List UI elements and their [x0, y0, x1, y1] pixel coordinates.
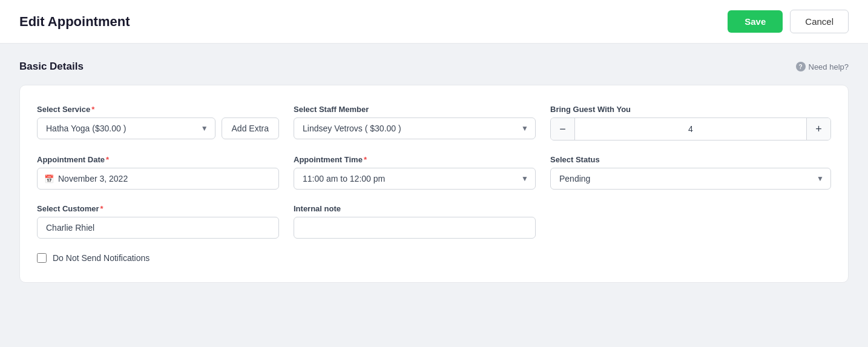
time-group: Appointment Time* 11:00 am to 12:00 pm ▼ [294, 155, 536, 190]
help-icon: ? [796, 62, 806, 71]
date-label: Appointment Date* [37, 155, 279, 164]
guest-label: Bring Guest With You [550, 105, 831, 114]
status-select[interactable]: Pending [550, 168, 831, 190]
guest-group: Bring Guest With You − 4 + [550, 105, 831, 140]
time-select[interactable]: 11:00 am to 12:00 pm [294, 168, 536, 190]
staff-label: Select Staff Member [294, 105, 536, 114]
guest-increment-button[interactable]: + [806, 118, 830, 140]
staff-select[interactable]: Lindsey Vetrovs ( $30.00 ) [294, 117, 536, 139]
customer-input[interactable] [37, 217, 279, 239]
checkbox-row: Do Not Send Notifications [37, 253, 831, 263]
service-required: * [91, 105, 94, 114]
service-group: Select Service* Hatha Yoga ($30.00 ) ▼ A… [37, 105, 279, 140]
section-header: Basic Details ? Need help? [19, 61, 849, 73]
note-label: Internal note [294, 204, 536, 213]
need-help-label: Need help? [809, 62, 849, 71]
do-not-send-checkbox[interactable] [37, 253, 47, 263]
do-not-send-label: Do Not Send Notifications [53, 253, 150, 263]
add-extra-button[interactable]: Add Extra [222, 117, 279, 139]
page-title: Edit Appointment [19, 14, 130, 30]
save-button[interactable]: Save [728, 10, 783, 33]
form-row-1: Select Service* Hatha Yoga ($30.00 ) ▼ A… [37, 105, 831, 140]
header-actions: Save Cancel [728, 10, 849, 33]
service-select[interactable]: Hatha Yoga ($30.00 ) [37, 117, 215, 139]
form-row-3: Select Customer* Internal note [37, 204, 831, 239]
status-group: Select Status Pending ▼ [550, 155, 831, 190]
section-title: Basic Details [19, 61, 84, 73]
top-header: Edit Appointment Save Cancel [0, 0, 868, 44]
service-label: Select Service* [37, 105, 279, 114]
need-help-link[interactable]: ? Need help? [796, 62, 849, 71]
date-input[interactable] [37, 168, 279, 190]
time-label: Appointment Time* [294, 155, 536, 164]
date-wrapper: 📅 [37, 168, 279, 190]
customer-required: * [100, 204, 104, 213]
staff-group: Select Staff Member Lindsey Vetrovs ( $3… [294, 105, 536, 140]
status-label: Select Status [550, 155, 831, 164]
customer-group: Select Customer* [37, 204, 279, 239]
form-card: Select Service* Hatha Yoga ($30.00 ) ▼ A… [19, 85, 849, 283]
time-select-wrapper: 11:00 am to 12:00 pm ▼ [294, 168, 536, 190]
staff-select-wrapper: Lindsey Vetrovs ( $30.00 ) ▼ [294, 117, 536, 139]
guest-decrement-button[interactable]: − [551, 118, 575, 140]
customer-label: Select Customer* [37, 204, 279, 213]
date-required: * [106, 155, 109, 164]
note-group: Internal note [294, 204, 536, 239]
note-input[interactable] [294, 217, 536, 239]
guest-stepper: − 4 + [550, 117, 831, 140]
guest-count: 4 [575, 124, 806, 134]
cancel-button[interactable]: Cancel [790, 10, 849, 33]
main-content: Basic Details ? Need help? Select Servic… [0, 44, 868, 300]
date-group: Appointment Date* 📅 [37, 155, 279, 190]
service-row: Hatha Yoga ($30.00 ) ▼ Add Extra [37, 117, 279, 139]
form-row-2: Appointment Date* 📅 Appointment Time* 11… [37, 155, 831, 190]
time-required: * [364, 155, 367, 164]
status-select-wrapper: Pending ▼ [550, 168, 831, 190]
service-select-wrapper: Hatha Yoga ($30.00 ) ▼ [37, 117, 215, 139]
